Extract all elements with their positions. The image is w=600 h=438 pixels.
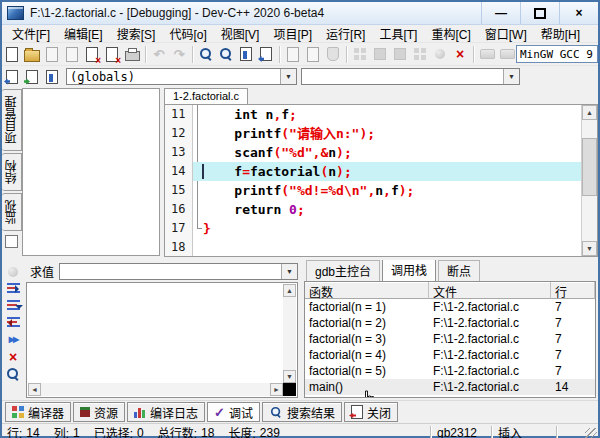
members-combo-arrow[interactable]: ▼ (503, 69, 519, 84)
project-panel-content[interactable] (22, 88, 160, 256)
menu-project[interactable]: 项目[P] (266, 24, 319, 43)
code-line-12[interactable]: printf("请输入n:"); (193, 124, 581, 143)
header-line[interactable]: 行 (551, 282, 595, 299)
tab-gdb-console[interactable]: gdb主控台 (306, 260, 380, 281)
line-number[interactable]: 11 (165, 105, 192, 124)
tab-watch[interactable]: 监视 (2, 193, 22, 231)
find-in-files-button[interactable] (236, 44, 256, 64)
menu-run[interactable]: 运行[R] (319, 24, 372, 43)
close-button[interactable]: × (559, 2, 598, 24)
tab-compile-log[interactable]: 编译日志 (127, 402, 205, 422)
tab-call-stack[interactable]: 调用栈 (382, 260, 436, 282)
cpu-window-button[interactable] (4, 365, 22, 382)
watch-scroll-down[interactable]: ▼ (283, 370, 296, 383)
tab-search-results[interactable]: 搜索结果 (262, 402, 342, 422)
header-file[interactable]: 文件 (429, 282, 551, 299)
class-browser-button[interactable] (42, 67, 62, 87)
menu-edit[interactable]: 编辑[E] (57, 24, 110, 43)
code-line-13[interactable]: scanf("%d",&n); (193, 143, 581, 162)
open-file-button[interactable] (22, 44, 42, 64)
callstack-row[interactable]: factorial(n = 1)F:\1-2.factorial.c7 (305, 299, 595, 315)
tab-structure[interactable]: 结构 (2, 153, 22, 191)
code-line-11[interactable]: int n,f; (193, 105, 581, 124)
undo-button[interactable]: ↶ (149, 44, 169, 64)
menu-view[interactable]: 视图[V] (214, 24, 267, 43)
new-file-button[interactable] (2, 44, 22, 64)
menu-window[interactable]: 窗口[W] (478, 24, 534, 43)
watch-vscrollbar[interactable]: ▲ ▼ (283, 284, 296, 383)
evaluate-combo[interactable]: ▼ (59, 263, 298, 280)
callstack-row[interactable]: factorial(n = 4)F:\1-2.factorial.c7 (305, 347, 595, 363)
menu-refactor[interactable]: 重构[C] (424, 24, 477, 43)
tab-debug[interactable]: ✓调试 (207, 402, 260, 422)
minimize-button[interactable]: — (481, 2, 520, 24)
find-button[interactable] (196, 44, 216, 64)
code-line-17[interactable]: } (193, 219, 581, 238)
watch-scroll-left[interactable]: ◄ (28, 383, 41, 396)
goto-declaration-button[interactable] (2, 67, 22, 87)
code-area[interactable]: int n,f; printf("请输入n:"); scanf("%d",&n)… (193, 105, 581, 256)
syntax-check-button[interactable] (390, 44, 410, 64)
globals-combo[interactable]: (globals) ▼ (66, 68, 297, 85)
evaluate-output[interactable]: ▲ ▼ ◄ ► (26, 282, 298, 398)
scroll-thumb[interactable] (582, 138, 597, 196)
stop-debug-button[interactable]: × (4, 348, 22, 365)
scroll-down-button[interactable]: ▼ (582, 241, 597, 256)
code-line-15[interactable]: printf("%d!=%d\n",n,f); (193, 181, 581, 200)
print-button[interactable] (122, 44, 142, 64)
line-number[interactable]: 13 (165, 143, 192, 162)
run-button[interactable] (303, 44, 323, 64)
line-number[interactable]: 18 (165, 238, 192, 257)
line-number[interactable]: 15 (165, 181, 192, 200)
rebuild-button[interactable] (350, 44, 370, 64)
skip-step-button[interactable] (4, 314, 22, 331)
project-options-button[interactable] (410, 44, 430, 64)
line-number[interactable]: 14 (165, 162, 192, 181)
callstack-row[interactable]: factorial(n = 3)F:\1-2.factorial.c7 (305, 331, 595, 347)
header-function[interactable]: 函数 (305, 282, 429, 299)
goto-definition-button[interactable] (22, 67, 42, 87)
watch-scroll-up[interactable]: ▲ (283, 284, 296, 297)
line-number[interactable]: 17 (165, 219, 192, 238)
scroll-up-button[interactable]: ▲ (582, 105, 597, 120)
callstack-row[interactable]: factorial(n = 5)F:\1-2.factorial.c7 (305, 363, 595, 379)
package-manager-button[interactable] (477, 44, 497, 64)
tab-resources[interactable]: 资源 (73, 402, 125, 422)
compile-run-button[interactable] (323, 44, 343, 64)
code-line-14[interactable]: f=factorial(n); (193, 162, 581, 181)
watch-hscrollbar[interactable]: ◄ ► (28, 383, 283, 396)
close-all-button[interactable] (102, 44, 122, 64)
add-watch-button[interactable] (4, 263, 22, 280)
callstack-row[interactable]: main()F:\1-2.factorial.c14 (305, 379, 595, 395)
maximize-button[interactable] (520, 2, 559, 24)
stop-execution-button[interactable]: × (450, 44, 470, 64)
save-all-button[interactable] (62, 44, 82, 64)
editor-tab[interactable]: 1-2.factorial.c (164, 88, 248, 104)
resize-grip[interactable] (585, 428, 597, 438)
code-line-18[interactable] (193, 238, 581, 257)
tab-project-manager[interactable]: 项目管理 (2, 89, 22, 151)
menu-tools[interactable]: 工具[T] (372, 24, 424, 43)
compiler-select[interactable]: MinGW GCC 9 (516, 45, 598, 63)
save-button[interactable] (42, 44, 62, 64)
menu-file[interactable]: 文件[F] (5, 24, 57, 43)
menu-help[interactable]: 帮助[H] (534, 24, 587, 43)
line-number[interactable]: 12 (165, 124, 192, 143)
editor-vscrollbar[interactable]: ▲ ▼ (581, 105, 597, 256)
menu-search[interactable]: 搜索[S] (110, 24, 163, 43)
goto-line-button[interactable] (256, 44, 276, 64)
install-package-button[interactable] (497, 44, 517, 64)
callstack-row[interactable]: factorial(n = 2)F:\1-2.factorial.c7 (305, 315, 595, 331)
code-editor[interactable]: 1112131415161718 int n,f; printf("请输入n:"… (164, 104, 598, 257)
code-line-16[interactable]: return 0; (193, 200, 581, 219)
members-combo[interactable]: ▼ (301, 68, 520, 85)
watch-scroll-right[interactable]: ► (270, 383, 283, 396)
step-into-button[interactable] (4, 297, 22, 314)
close-file-button[interactable] (82, 44, 102, 64)
line-number[interactable]: 16 (165, 200, 192, 219)
tab-breakpoints[interactable]: 断点 (438, 260, 480, 281)
continue-button[interactable]: ▶▶ (4, 331, 22, 348)
redo-button[interactable]: ↷ (169, 44, 189, 64)
replace-button[interactable] (216, 44, 236, 64)
globals-combo-arrow[interactable]: ▼ (280, 69, 296, 84)
